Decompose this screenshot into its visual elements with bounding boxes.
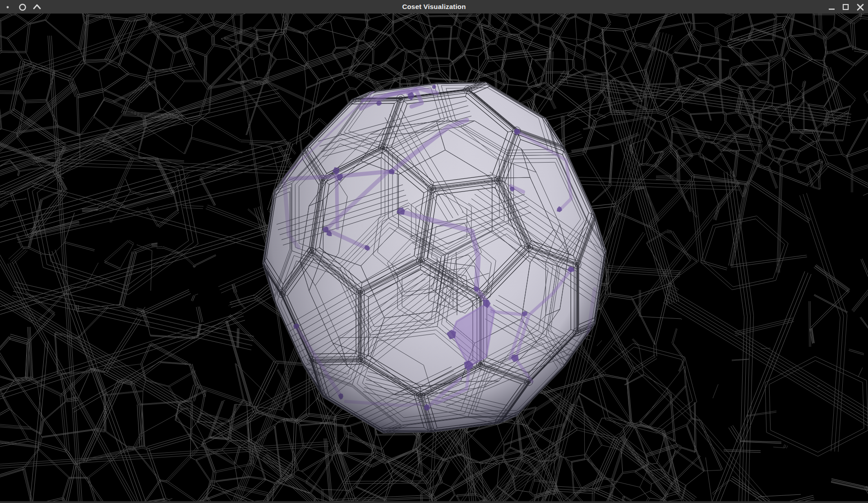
svg-text:Coset Visualization: Coset Visualization	[402, 3, 466, 10]
